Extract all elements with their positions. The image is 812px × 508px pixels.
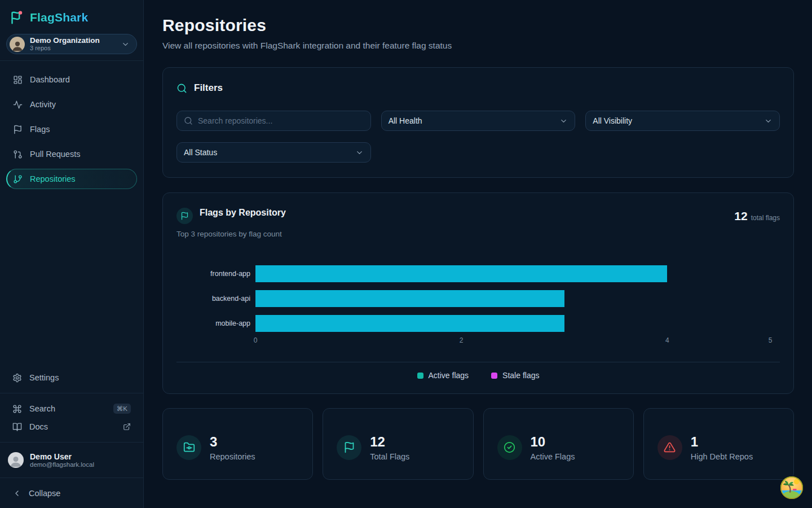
tropical-island-icon	[780, 476, 804, 500]
flag-icon	[13, 125, 23, 134]
x-axis-tick: 4	[665, 336, 669, 344]
chevron-left-icon	[12, 489, 21, 498]
x-axis-tick: 2	[460, 336, 464, 344]
flag-icon	[337, 435, 361, 460]
search-repositories-input[interactable]	[198, 116, 364, 125]
bar-row-backend-api: backend-api	[176, 290, 780, 307]
docs-label: Docs	[29, 422, 48, 431]
x-axis: 0245	[176, 336, 780, 345]
flags-by-repository-card: Flags by Repository 12 total flags Top 3…	[162, 192, 794, 394]
sidebar-item-pull-requests[interactable]: Pull Requests	[6, 144, 137, 164]
flagshark-flag-icon	[8, 9, 25, 26]
activity-icon	[13, 100, 23, 110]
legend-item-active-flags: Active flags	[417, 371, 469, 380]
external-link-icon	[123, 423, 131, 431]
stat-value: 1	[691, 434, 753, 450]
org-meta: Demo Organization 3 repos	[30, 36, 116, 52]
stat-meta: 10Active Flags	[531, 434, 575, 461]
app-root: FlagShark Demo Organization 3 repos Dash…	[0, 0, 812, 508]
collapse-sidebar-button[interactable]: Collapse	[0, 484, 143, 502]
folder-git-icon	[176, 435, 201, 460]
x-axis-tick: 0	[254, 336, 258, 344]
status-filter-dropdown[interactable]: All Status	[176, 142, 371, 163]
sidebar-item-label: Dashboard	[30, 75, 70, 84]
visibility-filter-value: All Visibility	[593, 116, 632, 125]
bar-segment-active-flags	[255, 265, 667, 282]
book-open-icon	[12, 422, 22, 432]
command-icon	[12, 404, 22, 414]
sidebar-divider	[0, 393, 143, 393]
stat-card-high-debt-repos: 1High Debt Repos	[643, 408, 794, 480]
sidebar-item-dashboard[interactable]: Dashboard	[6, 69, 137, 90]
stat-label: Active Flags	[531, 452, 575, 461]
chart-legend: Active flagsStale flags	[176, 362, 780, 382]
sidebar-item-settings[interactable]: Settings	[0, 369, 143, 387]
stat-meta: 1High Debt Repos	[691, 434, 753, 461]
stat-value: 10	[531, 434, 575, 450]
org-selector[interactable]: Demo Organization 3 repos	[6, 34, 137, 54]
sidebar-item-search[interactable]: Search ⌘K	[0, 400, 143, 418]
layout-dashboard-icon	[13, 75, 23, 85]
user-email: demo@flagshark.local	[30, 461, 94, 468]
stat-value: 3	[210, 434, 255, 450]
total-flags-label: total flags	[751, 214, 780, 222]
stat-value: 12	[370, 434, 409, 450]
search-shortcut-badge: ⌘K	[113, 404, 131, 414]
bar-track	[255, 315, 770, 332]
settings-label: Settings	[29, 373, 59, 382]
bar-track	[255, 265, 770, 282]
sidebar-item-repositories[interactable]: Repositories	[6, 169, 137, 189]
search-icon	[184, 116, 193, 125]
sidebar: FlagShark Demo Organization 3 repos Dash…	[0, 0, 144, 508]
sidebar-item-label: Pull Requests	[30, 150, 80, 159]
sidebar-divider	[0, 442, 143, 443]
visibility-filter-dropdown[interactable]: All Visibility	[585, 111, 780, 131]
user-meta: Demo User demo@flagshark.local	[30, 452, 94, 468]
sidebar-item-label: Flags	[30, 125, 50, 134]
collapse-label: Collapse	[29, 489, 60, 498]
sidebar-divider	[0, 60, 143, 61]
sidebar-item-flags[interactable]: Flags	[6, 119, 137, 139]
island-button[interactable]	[780, 476, 804, 500]
bar-label: backend-api	[176, 295, 255, 303]
legend-item-stale-flags: Stale flags	[491, 371, 539, 380]
stat-meta: 12Total Flags	[370, 434, 409, 461]
page-title: Repositories	[162, 16, 794, 35]
sidebar-nav: DashboardActivityFlagsPull RequestsRepos…	[0, 67, 143, 191]
sidebar-item-docs[interactable]: Docs	[0, 418, 143, 436]
search-icon	[176, 83, 187, 94]
legend-swatch	[417, 373, 423, 379]
bar-row-frontend-app: frontend-app	[176, 265, 780, 282]
sidebar-item-activity[interactable]: Activity	[6, 94, 137, 115]
stat-label: Total Flags	[370, 452, 409, 461]
flag-icon	[176, 208, 193, 224]
filters-card: Filters All Health All Visibility	[162, 67, 794, 178]
health-filter-value: All Health	[389, 116, 422, 125]
total-flags-value: 12	[734, 209, 747, 223]
chart-title: Flags by Repository	[200, 205, 286, 217]
bar-chart: frontend-appbackend-apimobile-app	[176, 265, 780, 332]
page-subtitle: View all repositories with FlagShark int…	[162, 41, 794, 51]
stat-label: High Debt Repos	[691, 452, 753, 461]
chevron-down-icon	[355, 148, 364, 157]
bar-segment-active-flags	[255, 315, 564, 332]
flagshark-logo[interactable]: FlagShark	[0, 8, 143, 34]
stat-label: Repositories	[210, 452, 255, 461]
chevron-down-icon	[121, 40, 130, 49]
git-branch-icon	[13, 174, 23, 184]
chevron-down-icon	[559, 117, 568, 125]
user-menu[interactable]: Demo User demo@flagshark.local	[0, 449, 143, 471]
stat-card-total-flags: 12Total Flags	[323, 408, 473, 480]
user-avatar	[8, 452, 24, 468]
org-name: Demo Organization	[30, 36, 116, 45]
stat-card-active-flags: 10Active Flags	[483, 408, 634, 480]
git-pull-request-icon	[13, 150, 23, 159]
user-name: Demo User	[30, 452, 94, 461]
stat-card-repositories: 3Repositories	[162, 408, 313, 480]
bar-label: frontend-app	[176, 270, 255, 278]
logo-text: FlagShark	[30, 11, 88, 24]
health-filter-dropdown[interactable]: All Health	[381, 111, 576, 131]
filters-title: Filters	[194, 82, 223, 94]
repository-search-field	[176, 111, 371, 131]
stat-meta: 3Repositories	[210, 434, 255, 461]
